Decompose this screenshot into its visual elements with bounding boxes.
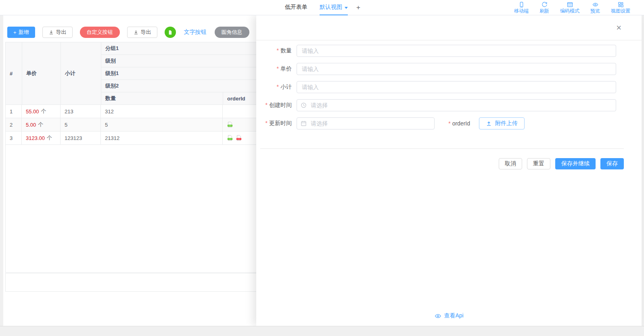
export-button-1[interactable]: 导出 bbox=[42, 27, 73, 38]
price-unit: 个 bbox=[41, 108, 46, 115]
edit-drawer: × 数量 单价 小计 创建时间 bbox=[256, 15, 642, 326]
add-button-label: 新增 bbox=[19, 29, 29, 36]
excel-file-icon[interactable] bbox=[227, 135, 233, 141]
cell-quantity: 312 bbox=[101, 105, 223, 118]
rounded-info-button[interactable]: 圆角信息 bbox=[215, 27, 249, 38]
create-time-label: 创建时间 bbox=[256, 102, 297, 109]
page-footer-strip bbox=[0, 326, 644, 336]
form-row-quantity: 数量 bbox=[256, 45, 642, 57]
column-header-unit-price: 单价 bbox=[22, 42, 61, 104]
code-mode-button[interactable]: 编码模式 bbox=[560, 2, 579, 14]
price-value: 55.00 bbox=[26, 109, 39, 115]
text-button-label: 文字按钮 bbox=[184, 29, 207, 36]
export-button-2[interactable]: 导出 bbox=[127, 27, 157, 38]
cell-quantity: 21312 bbox=[101, 131, 223, 144]
form-row-unit-price: 单价 bbox=[256, 63, 642, 75]
chevron-down-icon bbox=[345, 7, 348, 9]
subtotal-label: 小计 bbox=[256, 83, 297, 91]
mobile-preview-label: 移动端 bbox=[514, 8, 529, 14]
calendar-icon bbox=[301, 121, 307, 127]
cell-unit-price: 5.00 个 bbox=[22, 118, 61, 131]
tab-bar: 低开表单 默认视图 + bbox=[279, 0, 360, 15]
unit-price-label: 单价 bbox=[256, 65, 297, 73]
column-header-index: # bbox=[6, 42, 22, 104]
refresh-label: 刷新 bbox=[539, 8, 549, 14]
form-row-create-time: 创建时间 bbox=[256, 99, 642, 111]
form-row-subtotal: 小计 bbox=[256, 81, 642, 93]
text-button[interactable]: 文字按钮 bbox=[183, 27, 207, 38]
cell-index: 1 bbox=[6, 105, 22, 118]
view-api-link[interactable]: 查看Api bbox=[434, 312, 463, 319]
price-unit: 个 bbox=[47, 134, 52, 142]
save-button[interactable]: 保存 bbox=[600, 158, 624, 169]
cancel-button[interactable]: 取消 bbox=[499, 158, 522, 169]
add-view-button[interactable]: + bbox=[356, 0, 360, 15]
tab-form[interactable]: 低开表单 bbox=[285, 0, 307, 15]
add-button[interactable]: + 新增 bbox=[7, 27, 35, 38]
column-header-quantity: 数量 bbox=[101, 92, 223, 104]
preview-eye-icon bbox=[592, 2, 598, 8]
file-icon bbox=[167, 30, 173, 35]
unit-price-input[interactable] bbox=[297, 63, 616, 75]
cell-index: 3 bbox=[6, 131, 22, 144]
create-time-input[interactable] bbox=[297, 99, 616, 111]
code-mode-label: 编码模式 bbox=[560, 8, 579, 14]
pdf-file-icon[interactable] bbox=[236, 135, 242, 141]
export-button-2-label: 导出 bbox=[141, 29, 151, 36]
add-view-label: + bbox=[356, 4, 360, 12]
cell-subtotal: 213 bbox=[61, 105, 101, 118]
update-time-label: 更新时间 bbox=[256, 120, 297, 127]
view-settings-grid-icon bbox=[618, 2, 624, 8]
update-time-input[interactable] bbox=[297, 117, 435, 129]
topbar: 低开表单 默认视图 + 移动端 刷新 编码模式 预览 视图设置 bbox=[0, 0, 644, 15]
mobile-icon bbox=[519, 2, 525, 8]
cell-subtotal: 5 bbox=[61, 118, 101, 131]
attachment-upload-label: 附件上传 bbox=[495, 120, 518, 127]
cell-unit-price: 3123.00 个 bbox=[22, 131, 61, 144]
view-settings-button[interactable]: 视图设置 bbox=[611, 2, 630, 14]
excel-file-icon[interactable] bbox=[227, 121, 233, 128]
drawer-header: × bbox=[256, 15, 642, 40]
form-divider bbox=[260, 148, 624, 149]
rounded-info-label: 圆角信息 bbox=[222, 29, 243, 36]
custom-pill-button[interactable]: 自定义按钮 bbox=[80, 27, 120, 38]
view-settings-label: 视图设置 bbox=[611, 8, 630, 14]
preview-label: 预览 bbox=[590, 8, 600, 14]
subtotal-input[interactable] bbox=[297, 81, 616, 93]
download-icon bbox=[48, 29, 54, 35]
close-icon[interactable]: × bbox=[616, 23, 621, 32]
tab-default-view-label: 默认视图 bbox=[320, 4, 342, 11]
attachment-upload-button[interactable]: 附件上传 bbox=[479, 117, 525, 129]
export-button-1-label: 导出 bbox=[56, 29, 67, 36]
create-time-field-wrap bbox=[297, 99, 616, 111]
download-icon bbox=[133, 29, 139, 35]
subtotal-field-wrap bbox=[297, 81, 616, 93]
save-and-continue-button[interactable]: 保存并继续 bbox=[555, 158, 596, 169]
file-circle-button[interactable] bbox=[165, 27, 176, 38]
price-value: 5.00 bbox=[26, 122, 36, 128]
unit-price-field-wrap bbox=[297, 63, 616, 75]
refresh-icon bbox=[542, 2, 548, 8]
cell-quantity: 5 bbox=[101, 118, 223, 131]
tab-form-label: 低开表单 bbox=[285, 4, 307, 11]
code-mode-icon bbox=[567, 2, 573, 8]
price-value: 3123.00 bbox=[26, 135, 45, 141]
eye-icon bbox=[434, 313, 441, 319]
clock-icon bbox=[301, 102, 307, 109]
refresh-button[interactable]: 刷新 bbox=[539, 2, 549, 14]
plus-icon: + bbox=[13, 29, 17, 35]
form-row-update-time-order: 更新时间 orderId 附件上传 bbox=[256, 117, 642, 129]
upload-icon bbox=[486, 121, 492, 127]
tab-default-view[interactable]: 默认视图 bbox=[320, 0, 348, 15]
topbar-actions: 移动端 刷新 编码模式 预览 视图设置 bbox=[514, 2, 630, 14]
quantity-input[interactable] bbox=[297, 45, 616, 57]
cell-index: 2 bbox=[6, 118, 22, 131]
order-id-label: orderId bbox=[435, 120, 475, 127]
quantity-field-wrap bbox=[297, 45, 616, 57]
update-time-field-wrap bbox=[297, 117, 435, 129]
reset-button[interactable]: 重置 bbox=[527, 158, 550, 169]
cell-subtotal: 123123 bbox=[61, 131, 101, 144]
mobile-preview-button[interactable]: 移动端 bbox=[514, 2, 529, 14]
preview-button[interactable]: 预览 bbox=[590, 2, 600, 14]
quantity-label: 数量 bbox=[256, 47, 297, 54]
